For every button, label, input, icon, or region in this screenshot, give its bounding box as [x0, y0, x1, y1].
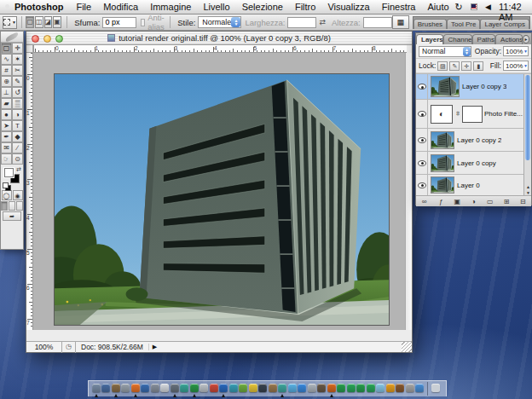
dock-icon-24[interactable]: [327, 381, 337, 397]
dock-icon-1[interactable]: [101, 381, 112, 397]
dock-icon-5[interactable]: [141, 381, 151, 397]
opacity-field[interactable]: 100% ▼: [503, 46, 529, 56]
new-layer-icon[interactable]: ⊞: [501, 198, 512, 205]
dock-icon-18[interactable]: [268, 381, 278, 397]
lasso-tool[interactable]: ∿: [1, 54, 12, 65]
dock-icon-21[interactable]: [298, 381, 308, 397]
blend-mode-select[interactable]: Normal ▲▼: [419, 46, 471, 57]
layer-row-layer-0[interactable]: Layer 0: [416, 175, 531, 195]
menu-item-file[interactable]: File: [70, 2, 97, 12]
dock-icon-0[interactable]: [91, 381, 101, 397]
layer-row-photo-filter[interactable]: ◐ ∞ Photo Filte...: [416, 100, 531, 129]
swap-dimensions-icon[interactable]: ⇄: [319, 18, 326, 26]
dock-icon-32[interactable]: [405, 381, 415, 397]
dock-icon-8[interactable]: [170, 381, 180, 397]
magic-wand-tool[interactable]: ✶: [12, 54, 23, 65]
layer-mask-thumbnail[interactable]: [462, 106, 483, 123]
rectangular-marquee-tool[interactable]: ▢: [1, 43, 12, 54]
height-input[interactable]: [363, 17, 392, 28]
new-selection-button[interactable]: ▢: [26, 16, 34, 28]
zoom-window-button[interactable]: [55, 35, 63, 43]
scroll-up-icon[interactable]: ▲: [526, 185, 530, 189]
add-mask-icon[interactable]: ▣: [452, 198, 463, 205]
scrollbar-thumb[interactable]: [525, 75, 530, 160]
menu-item-aiuto[interactable]: Aiuto: [421, 2, 454, 12]
resize-grip[interactable]: [402, 342, 412, 352]
dock-icon-29[interactable]: [376, 381, 386, 397]
dock-icon-7[interactable]: [160, 381, 171, 397]
vertical-scrollbar[interactable]: [405, 53, 412, 330]
toolbox-header[interactable]: [1, 32, 23, 43]
notes-tool[interactable]: ✉: [1, 142, 12, 153]
doc-size-readout[interactable]: Doc: 908.5K/2.66M: [76, 343, 148, 351]
default-colors-icon[interactable]: [3, 182, 9, 189]
delete-layer-icon[interactable]: ⊟: [518, 198, 529, 205]
layer-row-layer-0-copy-2[interactable]: Layer 0 copy 2: [416, 129, 531, 152]
feather-input[interactable]: [102, 17, 136, 28]
healing-brush-tool[interactable]: ⊕: [1, 76, 12, 87]
status-menu-arrow[interactable]: ▶: [148, 344, 160, 350]
document-proxy-icon[interactable]: [107, 34, 115, 42]
dock-icon-20[interactable]: [287, 381, 298, 397]
menu-item-livello[interactable]: Livello: [197, 2, 235, 12]
volume-icon[interactable]: ◀: [485, 3, 491, 11]
dock-icon-3[interactable]: [121, 381, 131, 397]
new-group-icon[interactable]: ▭: [484, 198, 495, 205]
clone-stamp-tool[interactable]: ⊥: [1, 87, 12, 98]
layer-row-layer-0-copy-3[interactable]: Layer 0 copy 3: [416, 74, 531, 100]
adjustment-layer-icon[interactable]: ◑: [468, 198, 479, 205]
fullscreen-menubar-mode-button[interactable]: [9, 201, 15, 211]
tab-actions[interactable]: Actions: [495, 34, 523, 44]
lock-position-button[interactable]: ✛: [461, 61, 471, 71]
type-tool[interactable]: T: [12, 120, 23, 131]
menu-item-filtro[interactable]: Filtro: [289, 2, 321, 12]
visibility-toggle[interactable]: [416, 175, 428, 195]
zoom-level-field[interactable]: 100%: [26, 342, 62, 353]
dock-icon-14[interactable]: [228, 381, 239, 397]
dock-icon-27[interactable]: [356, 381, 367, 397]
palette-menu-button[interactable]: ▸: [523, 35, 529, 43]
visibility-toggle[interactable]: [416, 129, 428, 151]
layers-scrollbar[interactable]: ▲ ▼: [523, 74, 531, 195]
menu-item-visualizza[interactable]: Visualizza: [321, 2, 375, 12]
dock-icon-12[interactable]: [209, 381, 219, 397]
visibility-toggle[interactable]: [416, 152, 428, 174]
subtract-selection-button[interactable]: ◪: [44, 16, 53, 28]
path-selection-tool[interactable]: ➤: [1, 120, 12, 131]
blur-tool[interactable]: ●: [1, 109, 12, 120]
tool-preset-picker[interactable]: ▼: [3, 16, 17, 29]
intersect-selection-button[interactable]: ▣: [53, 16, 61, 28]
horizontal-ruler[interactable]: 0123456789: [33, 45, 407, 53]
menu-item-finestra[interactable]: Finestra: [376, 2, 422, 12]
layer-style-icon[interactable]: ƒ: [435, 198, 446, 205]
visibility-toggle[interactable]: [416, 100, 428, 128]
dock-icon-9[interactable]: [180, 381, 190, 397]
standard-mode-button[interactable]: ◯: [2, 190, 12, 200]
slice-tool[interactable]: ✂: [12, 65, 23, 76]
vertical-ruler[interactable]: 01234567: [26, 53, 33, 330]
dodge-tool[interactable]: ◑: [12, 109, 23, 120]
crop-tool[interactable]: #: [1, 65, 12, 76]
menu-item-immagine[interactable]: Immagine: [144, 2, 197, 12]
tab-channels[interactable]: Channels: [443, 34, 472, 44]
dock-icon-11[interactable]: [200, 381, 210, 397]
menubar-clock[interactable]: Fri 11:42 AM: [499, 0, 532, 22]
dock-icon-30[interactable]: [385, 381, 396, 397]
menu-item-selezione[interactable]: Selezione: [236, 2, 289, 12]
dock-icon-16[interactable]: [248, 381, 258, 397]
style-select[interactable]: Normale ▲▼: [198, 16, 241, 28]
move-tool[interactable]: ✛: [12, 43, 23, 54]
dock-icon-10[interactable]: [189, 381, 200, 397]
scroll-down-icon[interactable]: ▼: [526, 191, 530, 195]
antialias-checkbox[interactable]: [141, 19, 146, 26]
canvas-area[interactable]: [33, 53, 407, 330]
lock-image-button[interactable]: ✎: [449, 61, 460, 71]
eyedropper-tool[interactable]: ∕: [12, 142, 23, 153]
dock-icon-28[interactable]: [366, 381, 376, 397]
well-tab-brushes[interactable]: Brushes: [413, 19, 447, 29]
file-browser-button[interactable]: ▦: [392, 15, 409, 29]
history-brush-tool[interactable]: ↺: [12, 87, 23, 98]
fill-field[interactable]: 100% ▼: [503, 61, 529, 71]
menu-item-modifica[interactable]: Modifica: [97, 2, 144, 12]
swap-colors-icon[interactable]: ⇄: [16, 166, 21, 173]
